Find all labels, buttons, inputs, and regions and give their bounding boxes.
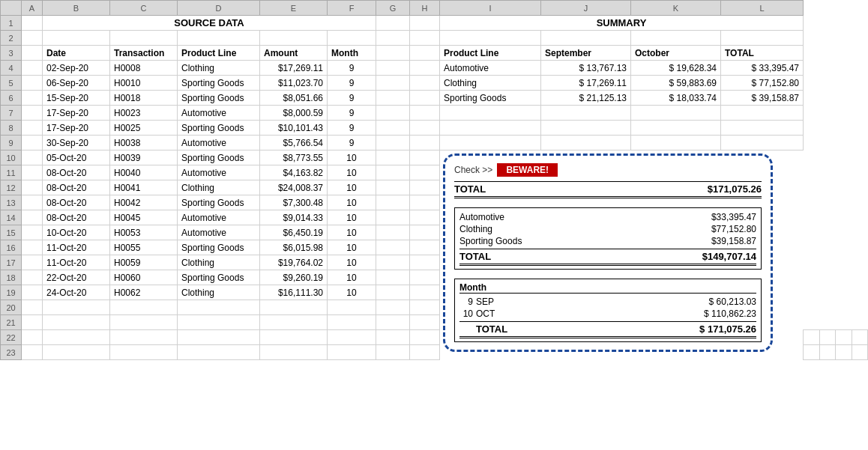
data-prod-13: Sporting Goods xyxy=(178,240,260,255)
data-amt-11: $9,014.33 xyxy=(260,210,328,225)
cell-h16 xyxy=(410,240,440,255)
data-amt-9: $24,008.37 xyxy=(260,180,328,195)
cell-d22 xyxy=(178,330,260,345)
month-row-oct: 10 OCT $ 110,862.23 xyxy=(459,308,756,320)
data-month-7: 10 xyxy=(328,150,376,165)
data-trans-12: H0053 xyxy=(110,225,178,240)
month-total-label: TOTAL xyxy=(476,323,504,335)
cell-j7 xyxy=(541,106,631,121)
cell-h4 xyxy=(410,61,440,76)
prod-total-row: TOTAL $149,707.14 xyxy=(459,249,756,266)
data-trans-15: H0060 xyxy=(110,270,178,285)
cell-h12 xyxy=(410,180,440,195)
summary-prod-3: Sporting Goods xyxy=(440,91,541,106)
col-e-header: E xyxy=(260,1,328,16)
summary-total-1: $ 33,395.47 xyxy=(721,61,804,76)
data-trans-10: H0042 xyxy=(110,195,178,210)
data-prod-5: Sporting Goods xyxy=(178,121,260,136)
cell-h5 xyxy=(410,76,440,91)
col-d-header: D xyxy=(178,1,260,16)
month-val-sep: $ 60,213.03 xyxy=(504,297,756,307)
data-amt-16: $16,111.30 xyxy=(260,285,328,300)
beware-label: BEWARE! xyxy=(497,163,558,177)
prod-total-label: TOTAL xyxy=(459,251,491,262)
cell-k22 xyxy=(836,330,852,345)
header-product-line-right: Product Line xyxy=(440,46,541,61)
month-name-sep: SEP xyxy=(476,297,504,307)
prod-val-sporting: $39,158.87 xyxy=(711,236,756,246)
month-breakdown: Month 9 SEP $ 60,213.03 10 OCT $ 110,862… xyxy=(454,279,762,342)
cell-a13 xyxy=(22,195,43,210)
row-num-13: 13 xyxy=(1,195,22,210)
summary-total-2: $ 77,152.80 xyxy=(721,76,804,91)
cell-g22 xyxy=(376,330,410,345)
cell-g10 xyxy=(376,150,410,165)
cell-d23 xyxy=(178,345,260,360)
summary-oct-2: $ 59,883.69 xyxy=(631,76,721,91)
cell-c23 xyxy=(110,345,178,360)
data-trans-16: H0062 xyxy=(110,285,178,300)
data-trans-6: H0038 xyxy=(110,136,178,150)
cell-h18 xyxy=(410,270,440,285)
data-prod-10: Sporting Goods xyxy=(178,195,260,210)
data-date-5: 17-Sep-20 xyxy=(43,121,110,136)
row-num-15: 15 xyxy=(1,225,22,240)
row-9: 9 30-Sep-20 H0038 Automotive $5,766.54 9 xyxy=(1,136,868,150)
cell-a23 xyxy=(22,345,43,360)
data-date-7: 05-Oct-20 xyxy=(43,150,110,165)
data-date-16: 24-Oct-20 xyxy=(43,285,110,300)
data-prod-6: Automotive xyxy=(178,136,260,150)
row-num-7: 7 xyxy=(1,106,22,121)
cell-g21 xyxy=(376,315,410,330)
row-num-6: 6 xyxy=(1,91,22,106)
cell-c21 xyxy=(110,315,178,330)
row-num-23: 23 xyxy=(1,345,22,360)
cell-i23 xyxy=(804,345,820,360)
data-date-15: 22-Oct-20 xyxy=(43,270,110,285)
row-num-16: 16 xyxy=(1,240,22,255)
spreadsheet-table: A B C D E F G H I J K L 1 SOURCE DATA xyxy=(0,0,868,360)
data-date-3: 15-Sep-20 xyxy=(43,91,110,106)
row-num-17: 17 xyxy=(1,255,22,270)
col-l-header: L xyxy=(721,1,804,16)
summary-oct-1: $ 19,628.34 xyxy=(631,61,721,76)
data-trans-7: H0039 xyxy=(110,150,178,165)
row-num-1: 1 xyxy=(1,16,22,31)
row-num-2: 2 xyxy=(1,31,22,46)
month-row-sep: 9 SEP $ 60,213.03 xyxy=(459,296,756,308)
data-prod-4: Automotive xyxy=(178,106,260,121)
cell-k9 xyxy=(631,136,721,150)
row-7: 7 17-Sep-20 H0023 Automotive $8,000.59 9 xyxy=(1,106,868,121)
cell-l9 xyxy=(721,136,804,150)
cell-b2 xyxy=(43,31,110,46)
col-f-header: F xyxy=(328,1,376,16)
cell-l8 xyxy=(721,121,804,136)
cell-c22 xyxy=(110,330,178,345)
main-total-row: TOTAL $171,075.26 xyxy=(454,181,762,198)
month-name-oct: OCT xyxy=(476,308,504,319)
row-num-8: 8 xyxy=(1,121,22,136)
row-8: 8 17-Sep-20 H0025 Sporting Goods $10,101… xyxy=(1,121,868,136)
cell-g5 xyxy=(376,76,410,91)
data-trans-4: H0023 xyxy=(110,106,178,121)
data-trans-1: H0008 xyxy=(110,61,178,76)
data-amt-1: $17,269.11 xyxy=(260,61,328,76)
month-total-value: $ 171,075.26 xyxy=(504,323,756,335)
summary-sep-2: $ 17,269.11 xyxy=(541,76,631,91)
data-date-10: 08-Oct-20 xyxy=(43,195,110,210)
product-breakdown: Automotive $33,395.47 Clothing $77,152.8… xyxy=(454,207,762,270)
summary-sep-3: $ 21,125.13 xyxy=(541,91,631,106)
cell-f2 xyxy=(328,31,376,46)
header-date: Date xyxy=(43,46,110,61)
cell-e2 xyxy=(260,31,328,46)
warning-box-cell: Check >> BEWARE! TOTAL $171,075.26 Autom… xyxy=(440,150,804,360)
cell-c20 xyxy=(110,300,178,315)
month-val-oct: $ 110,862.23 xyxy=(504,308,756,319)
data-month-3: 9 xyxy=(328,91,376,106)
cell-k7 xyxy=(631,106,721,121)
cell-h21 xyxy=(410,315,440,330)
cell-j9 xyxy=(541,136,631,150)
data-amt-7: $8,773.55 xyxy=(260,150,328,165)
header-transaction: Transaction xyxy=(110,46,178,61)
data-prod-7: Sporting Goods xyxy=(178,150,260,165)
